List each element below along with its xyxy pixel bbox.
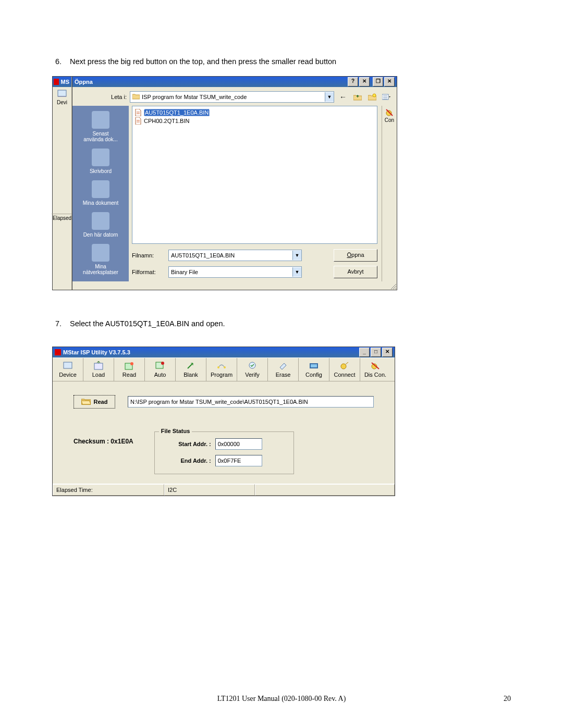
text-6: Next press the big red button on the top… bbox=[70, 57, 336, 66]
close-main-button[interactable]: ✕ bbox=[384, 77, 395, 87]
verify-icon bbox=[247, 361, 258, 371]
blank-icon bbox=[186, 361, 196, 371]
device-label-fragment: Devi bbox=[57, 100, 67, 105]
place-recent[interactable]: Senast använda dok... bbox=[83, 111, 118, 142]
toolbar-device[interactable]: Device bbox=[53, 358, 83, 381]
new-folder-button[interactable] bbox=[366, 91, 378, 103]
place-network[interactable]: Mina nätverksplatser bbox=[83, 244, 118, 275]
load-icon bbox=[93, 361, 104, 371]
filetype-label: Filformat: bbox=[132, 269, 163, 275]
elapsed-label-fragment: Elapsed bbox=[52, 214, 72, 222]
up-one-level-button[interactable] bbox=[352, 91, 363, 103]
place-computer[interactable]: Den här datorn bbox=[83, 212, 118, 238]
back-button[interactable]: ← bbox=[337, 91, 349, 103]
footer-text: LT1201 User Manual (020-1080-00 Rev. A) bbox=[217, 695, 346, 703]
svg-point-10 bbox=[217, 366, 219, 368]
app-icon bbox=[55, 349, 61, 355]
status-bar: Elapsed Time: I2C bbox=[53, 484, 395, 496]
toolbar-config[interactable]: Config bbox=[299, 358, 329, 381]
network-icon bbox=[92, 244, 109, 262]
status-empty bbox=[255, 484, 395, 496]
open-folder-icon bbox=[81, 398, 91, 406]
toolbar-disconnect[interactable]: Dis Con. bbox=[360, 358, 390, 381]
main-title-fragment: MS bbox=[61, 79, 70, 85]
file-item-selected[interactable]: AU5T015QT1_1E0A.BIN bbox=[134, 108, 375, 117]
resize-grip[interactable] bbox=[388, 281, 397, 290]
toolbar-auto[interactable]: Auto bbox=[145, 358, 176, 381]
desktop-icon bbox=[92, 149, 109, 166]
toolbar-connect[interactable]: Connect bbox=[329, 358, 360, 381]
con-label-fragment: Con bbox=[385, 117, 394, 123]
start-addr-label: Start Addr. : bbox=[164, 441, 211, 447]
app-icon bbox=[54, 79, 59, 85]
file-status-title: File Status bbox=[159, 428, 192, 434]
instruction-6: 6. Next press the big red button on the … bbox=[52, 57, 511, 66]
view-menu-button[interactable] bbox=[381, 91, 393, 103]
cancel-button[interactable]: Avbryt bbox=[334, 266, 377, 278]
device-icon bbox=[57, 89, 67, 98]
place-mydocs[interactable]: Mina dokument bbox=[83, 180, 118, 206]
dropdown-arrow-icon[interactable]: ▼ bbox=[325, 92, 334, 102]
toolbar-blank[interactable]: Blank bbox=[176, 358, 206, 381]
place-desktop[interactable]: Skrivbord bbox=[90, 149, 112, 174]
svg-point-11 bbox=[224, 366, 226, 368]
recent-docs-icon bbox=[92, 111, 109, 129]
status-elapsed: Elapsed Time: bbox=[53, 484, 164, 496]
isp-title: MStar ISP Utility V3.7.5.3 bbox=[63, 349, 130, 355]
toolbar-verify[interactable]: Verify bbox=[237, 358, 268, 381]
svg-point-12 bbox=[249, 362, 255, 368]
number-7: 7. bbox=[55, 319, 68, 328]
close-button[interactable]: ✕ bbox=[382, 348, 393, 357]
open-dialog-title: Öppna bbox=[75, 79, 93, 85]
read-button[interactable]: Read bbox=[74, 395, 115, 409]
svg-point-3 bbox=[386, 110, 391, 116]
dropdown-arrow-icon[interactable]: ▼ bbox=[292, 251, 301, 260]
toolbar-read[interactable]: Read bbox=[114, 358, 145, 381]
restore-main-button[interactable]: ❐ bbox=[373, 77, 383, 87]
lookin-label: Leta i: bbox=[77, 94, 127, 100]
help-button[interactable]: ? bbox=[348, 77, 358, 87]
mydocs-icon bbox=[92, 180, 109, 198]
toolbar-program[interactable]: Program bbox=[206, 358, 237, 381]
end-addr-field[interactable]: 0x0F7FE bbox=[215, 455, 262, 466]
file-status-group: File Status Start Addr. : 0x00000 End Ad… bbox=[154, 431, 294, 474]
end-addr-label: End Addr. : bbox=[164, 458, 211, 464]
status-mode: I2C bbox=[164, 484, 255, 496]
checksum-label: Checksum : 0x1E0A bbox=[74, 423, 133, 445]
file-item[interactable]: CPH00.2QT1.BIN bbox=[134, 117, 375, 125]
svg-rect-4 bbox=[64, 362, 72, 368]
start-addr-field[interactable]: 0x00000 bbox=[215, 438, 262, 450]
auto-icon bbox=[155, 361, 165, 371]
lookin-dropdown[interactable]: ISP program for Mstar TSUM_write_code ▼ bbox=[130, 91, 334, 103]
toolbar: Device Load Read Auto Blank Program bbox=[53, 357, 395, 381]
file-list[interactable]: AU5T015QT1_1E0A.BIN CPH00.2QT1.BIN bbox=[132, 106, 377, 244]
path-field[interactable]: N:\ISP program for Mstar TSUM_write_code… bbox=[128, 396, 374, 408]
filetype-combo[interactable]: Binary File ▼ bbox=[168, 266, 302, 278]
open-button[interactable]: Öppna bbox=[334, 249, 377, 262]
svg-rect-0 bbox=[58, 90, 66, 96]
filename-value: AU5T015QT1_1E0A.BIN bbox=[171, 252, 235, 258]
disconnect-icon bbox=[385, 108, 394, 117]
filename-combo[interactable]: AU5T015QT1_1E0A.BIN ▼ bbox=[168, 250, 302, 261]
dropdown-arrow-icon[interactable]: ▼ bbox=[292, 267, 301, 277]
file-icon bbox=[134, 117, 142, 125]
toolbar-load[interactable]: Load bbox=[83, 358, 114, 381]
filename-label: Filnamn: bbox=[132, 252, 163, 258]
screenshot-isp-utility: MStar ISP Utility V3.7.5.3 _ □ ✕ Device … bbox=[52, 347, 395, 496]
svg-point-7 bbox=[130, 362, 133, 365]
svg-rect-5 bbox=[94, 363, 103, 369]
svg-point-1 bbox=[373, 94, 376, 97]
screenshot-open-dialog: MS Devi Elapsed Öppna ? bbox=[52, 76, 397, 290]
svg-point-9 bbox=[161, 362, 164, 365]
page-number: 20 bbox=[504, 695, 511, 703]
instruction-7: 7. Select the AU5T015QT1_1E0A.BIN and op… bbox=[52, 319, 511, 328]
computer-icon bbox=[92, 212, 109, 230]
minimize-button[interactable]: _ bbox=[359, 348, 370, 357]
config-icon bbox=[309, 361, 319, 371]
maximize-button[interactable]: □ bbox=[371, 348, 381, 357]
connect-icon bbox=[339, 361, 350, 371]
read-icon bbox=[124, 361, 134, 371]
svg-point-15 bbox=[341, 364, 346, 369]
close-dialog-button[interactable]: ✕ bbox=[359, 77, 370, 87]
toolbar-erase[interactable]: Erase bbox=[268, 358, 299, 381]
